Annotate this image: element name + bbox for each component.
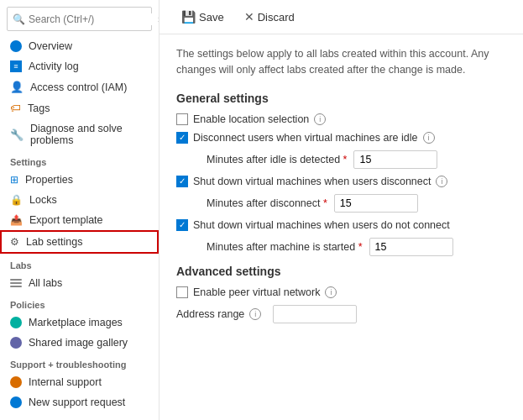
properties-icon: ⊞ bbox=[10, 174, 18, 186]
save-label: Save bbox=[199, 11, 224, 24]
sidebar-item-label: Overview bbox=[29, 40, 72, 52]
toolbar: 💾 Save ✕ Discard bbox=[160, 0, 523, 34]
marketplace-images-icon bbox=[10, 317, 22, 328]
address-range-row: Address range i bbox=[176, 305, 506, 323]
sidebar-item-label: Properties bbox=[25, 174, 73, 186]
diagnose-icon: 🔧 bbox=[10, 129, 24, 141]
shutdown-disconnect-label: Shut down virtual machines when users di… bbox=[193, 176, 431, 187]
internal-support-icon bbox=[10, 376, 22, 388]
shutdown-noconnect-checkbox[interactable] bbox=[176, 219, 188, 231]
sidebar-item-label: Internal support bbox=[29, 376, 102, 388]
access-control-icon: 👤 bbox=[10, 81, 24, 93]
sidebar-item-diagnose[interactable]: 🔧 Diagnose and solve problems bbox=[0, 118, 159, 150]
sidebar-item-label: Lab settings bbox=[26, 236, 82, 248]
minutes-started-label: Minutes after machine is started * bbox=[207, 241, 363, 253]
shutdown-noconnect-row: Shut down virtual machines when users do… bbox=[176, 219, 506, 231]
address-range-info-icon[interactable]: i bbox=[249, 308, 261, 320]
minutes-idle-label: Minutes after idle is detected * bbox=[207, 154, 347, 165]
enable-location-row: Enable location selection i bbox=[176, 113, 506, 125]
minutes-disconnect-input[interactable] bbox=[334, 194, 418, 213]
disconnect-users-row: Disconnect users when virtual machines a… bbox=[176, 132, 506, 144]
shutdown-disconnect-row: Shut down virtual machines when users di… bbox=[176, 176, 506, 187]
sidebar-item-shared-image-gallery[interactable]: Shared image gallery bbox=[0, 333, 159, 353]
sidebar-item-export-template[interactable]: 📤 Export template bbox=[0, 210, 159, 230]
sidebar-item-new-support-request[interactable]: New support request bbox=[0, 392, 159, 412]
minutes-idle-required: * bbox=[343, 154, 348, 165]
general-settings-title: General settings bbox=[176, 92, 506, 105]
sidebar: 🔍 » Overview ≡ Activity log 👤 Access con… bbox=[0, 0, 160, 420]
sidebar-item-tags[interactable]: 🏷 Tags bbox=[0, 97, 159, 118]
peer-network-label: Enable peer virtual network bbox=[193, 286, 320, 298]
sidebar-item-label: Access control (IAM) bbox=[30, 81, 127, 93]
sidebar-item-activity-log[interactable]: ≡ Activity log bbox=[0, 56, 159, 76]
content-area: The settings below apply to all labs cre… bbox=[160, 34, 523, 420]
main-panel: 💾 Save ✕ Discard The settings below appl… bbox=[160, 0, 523, 420]
peer-network-row: Enable peer virtual network i bbox=[176, 286, 506, 298]
enable-location-label: Enable location selection bbox=[193, 113, 309, 125]
search-bar[interactable]: 🔍 » bbox=[7, 7, 152, 31]
minutes-disconnect-required: * bbox=[323, 197, 327, 209]
enable-location-checkbox[interactable] bbox=[176, 113, 188, 125]
disconnect-users-info-icon[interactable]: i bbox=[423, 132, 435, 144]
disconnect-users-checkbox[interactable] bbox=[176, 132, 188, 144]
advanced-settings-title: Advanced settings bbox=[176, 265, 506, 278]
sidebar-item-marketplace-images[interactable]: Marketplace images bbox=[0, 312, 159, 333]
sidebar-item-lab-settings[interactable]: ⚙ Lab settings bbox=[0, 230, 159, 254]
sidebar-item-label: Diagnose and solve problems bbox=[30, 123, 149, 146]
new-support-request-icon bbox=[10, 396, 22, 408]
sidebar-item-access-control[interactable]: 👤 Access control (IAM) bbox=[0, 76, 159, 97]
disconnect-users-label: Disconnect users when virtual machines a… bbox=[193, 132, 418, 144]
search-icon: 🔍 bbox=[13, 13, 25, 25]
labs-section-label: Labs bbox=[0, 254, 159, 273]
minutes-idle-input[interactable] bbox=[353, 150, 437, 169]
address-range-label: Address range bbox=[176, 308, 244, 320]
all-labs-icon bbox=[10, 279, 22, 287]
discard-icon: ✕ bbox=[244, 10, 254, 24]
export-icon: 📤 bbox=[10, 214, 23, 226]
peer-network-checkbox[interactable] bbox=[176, 286, 188, 298]
sidebar-item-label: Locks bbox=[29, 194, 57, 206]
shutdown-disconnect-checkbox[interactable] bbox=[176, 176, 188, 187]
search-input[interactable] bbox=[29, 13, 154, 25]
sidebar-item-properties[interactable]: ⊞ Properties bbox=[0, 170, 159, 190]
settings-section-label: Settings bbox=[0, 150, 159, 170]
overview-icon bbox=[10, 40, 22, 52]
sidebar-item-all-labs[interactable]: All labs bbox=[0, 273, 159, 293]
sidebar-item-label: Export template bbox=[29, 214, 103, 226]
sidebar-item-overview[interactable]: Overview bbox=[0, 36, 159, 56]
minutes-started-required: * bbox=[358, 241, 363, 253]
save-icon: 💾 bbox=[181, 10, 196, 24]
support-section-label: Support + troubleshooting bbox=[0, 353, 159, 372]
sidebar-item-label: Marketplace images bbox=[29, 317, 123, 328]
minutes-idle-row: Minutes after idle is detected * bbox=[207, 150, 506, 169]
tags-icon: 🏷 bbox=[10, 102, 21, 114]
activity-log-icon: ≡ bbox=[10, 60, 22, 72]
shutdown-noconnect-label: Shut down virtual machines when users do… bbox=[193, 219, 450, 231]
minutes-disconnect-label: Minutes after disconnect * bbox=[207, 197, 327, 209]
minutes-started-row: Minutes after machine is started * bbox=[207, 238, 506, 256]
sidebar-item-label: All labs bbox=[29, 277, 62, 289]
sidebar-item-internal-support[interactable]: Internal support bbox=[0, 372, 159, 392]
discard-label: Discard bbox=[258, 11, 295, 24]
locks-icon: 🔒 bbox=[10, 194, 23, 206]
sidebar-item-label: Tags bbox=[28, 102, 50, 114]
shared-image-gallery-icon bbox=[10, 337, 22, 349]
save-button[interactable]: 💾 Save bbox=[173, 7, 233, 27]
minutes-started-input[interactable] bbox=[369, 238, 453, 256]
minutes-disconnect-row: Minutes after disconnect * bbox=[207, 194, 506, 213]
description-text: The settings below apply to all labs cre… bbox=[176, 46, 506, 78]
discard-button[interactable]: ✕ Discard bbox=[236, 7, 303, 27]
policies-section-label: Policies bbox=[0, 293, 159, 312]
sidebar-item-label: New support request bbox=[29, 396, 125, 408]
peer-network-info-icon[interactable]: i bbox=[325, 286, 337, 298]
sidebar-item-label: Shared image gallery bbox=[29, 337, 128, 349]
enable-location-info-icon[interactable]: i bbox=[314, 113, 326, 125]
lab-settings-icon: ⚙ bbox=[10, 236, 19, 248]
sidebar-item-locks[interactable]: 🔒 Locks bbox=[0, 190, 159, 210]
address-range-input[interactable] bbox=[273, 305, 357, 323]
sidebar-item-label: Activity log bbox=[29, 60, 79, 72]
shutdown-disconnect-info-icon[interactable]: i bbox=[436, 176, 447, 187]
